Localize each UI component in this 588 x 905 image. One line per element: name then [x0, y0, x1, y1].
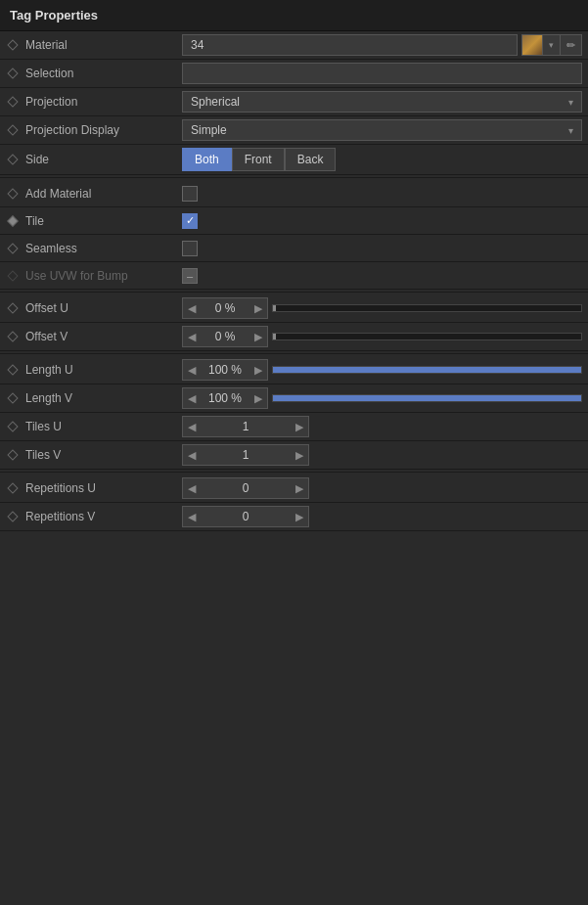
projection-value-area: Spherical ▾	[182, 91, 582, 113]
length-u-stepper: ◀ 100 % ▶	[182, 359, 268, 381]
offset-u-row: Offset U ◀ 0 % ▶	[0, 294, 588, 323]
material-edit-button[interactable]: ✏	[561, 34, 582, 56]
projection-display-label: Projection Display	[25, 123, 182, 137]
length-u-diamond-icon	[6, 363, 20, 377]
selection-field[interactable]	[182, 63, 582, 84]
offset-v-track[interactable]	[272, 333, 582, 340]
repetitions-u-increment[interactable]: ▶	[291, 477, 308, 499]
title-text: Tag Properties	[10, 8, 98, 23]
length-v-diamond-icon	[6, 391, 20, 405]
repetitions-u-label: Repetitions U	[25, 481, 182, 495]
length-u-decrement[interactable]: ◀	[183, 359, 201, 381]
side-diamond-icon	[6, 153, 20, 166]
separator-1	[0, 177, 588, 178]
length-v-label: Length V	[25, 391, 182, 405]
selection-row: Selection	[0, 60, 588, 88]
selection-value-area	[182, 63, 582, 84]
material-label: Material	[25, 38, 182, 52]
tile-value-area	[182, 213, 582, 229]
offset-u-stepper: ◀ 0 % ▶	[182, 297, 268, 319]
material-number: 34	[191, 38, 204, 52]
repetitions-u-row: Repetitions U ◀ 0 ▶	[0, 475, 588, 503]
repetitions-v-increment[interactable]: ▶	[291, 506, 308, 527]
offset-u-track[interactable]	[272, 304, 582, 312]
seamless-checkbox[interactable]	[182, 241, 198, 256]
material-diamond-icon	[6, 38, 20, 52]
length-v-row: Length V ◀ 100 % ▶	[0, 385, 588, 413]
add-material-value-area	[182, 186, 582, 202]
projection-diamond-icon	[6, 95, 20, 109]
offset-v-stepper-track: ◀ 0 % ▶	[182, 326, 582, 347]
length-v-track[interactable]	[272, 394, 582, 402]
tiles-v-value-area: ◀ 1 ▶	[182, 444, 582, 466]
offset-v-value: 0 %	[201, 330, 249, 343]
length-u-track[interactable]	[272, 366, 582, 374]
repetitions-v-diamond-icon	[6, 510, 20, 523]
side-button-front[interactable]: Front	[232, 148, 285, 171]
tiles-v-value: 1	[201, 448, 291, 462]
offset-v-decrement[interactable]: ◀	[183, 326, 201, 347]
side-value-area: Both Front Back	[182, 148, 582, 171]
material-thumbnail[interactable]	[521, 34, 543, 56]
offset-u-increment[interactable]: ▶	[249, 297, 267, 319]
projection-dropdown[interactable]: Spherical ▾	[182, 91, 582, 113]
separator-2	[0, 292, 588, 293]
use-uvw-value-area	[182, 268, 582, 284]
projection-row: Projection Spherical ▾	[0, 88, 588, 116]
offset-u-diamond-icon	[6, 301, 20, 315]
tiles-u-value: 1	[201, 420, 291, 433]
side-button-both[interactable]: Both	[182, 148, 232, 171]
projection-label: Projection	[25, 95, 182, 109]
repetitions-v-decrement[interactable]: ◀	[183, 506, 201, 527]
offset-u-label: Offset U	[25, 301, 182, 315]
use-uvw-diamond-icon	[6, 269, 20, 283]
offset-v-diamond-icon	[6, 330, 20, 343]
tiles-u-increment[interactable]: ▶	[291, 416, 308, 437]
side-label: Side	[25, 153, 182, 166]
offset-u-decrement[interactable]: ◀	[183, 297, 201, 319]
offset-v-row: Offset V ◀ 0 % ▶	[0, 323, 588, 351]
use-uvw-checkbox[interactable]	[182, 268, 198, 284]
add-material-row: Add Material	[0, 180, 588, 207]
seamless-diamond-icon	[6, 242, 20, 255]
side-button-group: Both Front Back	[182, 148, 336, 171]
offset-v-increment[interactable]: ▶	[249, 326, 267, 347]
repetitions-u-value: 0	[201, 481, 291, 495]
side-button-back[interactable]: Back	[285, 148, 337, 171]
repetitions-v-value-area: ◀ 0 ▶	[182, 506, 582, 527]
repetitions-u-decrement[interactable]: ◀	[183, 477, 201, 499]
tiles-v-increment[interactable]: ▶	[291, 444, 308, 466]
length-v-value-area: ◀ 100 % ▶	[182, 387, 582, 409]
tiles-v-stepper: ◀ 1 ▶	[182, 444, 309, 466]
add-material-label: Add Material	[25, 187, 182, 201]
offset-v-stepper: ◀ 0 % ▶	[182, 326, 268, 347]
projection-display-dropdown-arrow: ▾	[568, 125, 573, 136]
length-v-decrement[interactable]: ◀	[183, 387, 201, 409]
offset-u-value: 0 %	[201, 301, 249, 315]
length-u-label: Length U	[25, 363, 182, 377]
separator-3	[0, 353, 588, 354]
projection-display-row: Projection Display Simple ▾	[0, 116, 588, 145]
material-dropdown-button[interactable]: ▾	[543, 34, 561, 56]
material-input[interactable]: 34	[182, 34, 518, 56]
length-u-value-area: ◀ 100 % ▶	[182, 359, 582, 381]
tiles-u-decrement[interactable]: ◀	[183, 416, 201, 437]
add-material-checkbox[interactable]	[182, 186, 198, 202]
tiles-v-row: Tiles V ◀ 1 ▶	[0, 441, 588, 470]
tiles-v-decrement[interactable]: ◀	[183, 444, 201, 466]
length-v-stepper-track: ◀ 100 % ▶	[182, 387, 582, 409]
tiles-v-diamond-icon	[6, 448, 20, 462]
tiles-u-value-area: ◀ 1 ▶	[182, 416, 582, 437]
projection-display-dropdown[interactable]: Simple ▾	[182, 119, 582, 141]
length-v-increment[interactable]: ▶	[249, 387, 267, 409]
offset-u-value-area: ◀ 0 % ▶	[182, 297, 582, 319]
selection-diamond-icon	[6, 67, 20, 80]
repetitions-u-diamond-icon	[6, 481, 20, 495]
tile-diamond-icon	[6, 214, 20, 228]
length-u-increment[interactable]: ▶	[249, 359, 267, 381]
side-row: Side Both Front Back	[0, 145, 588, 175]
add-material-diamond-icon	[6, 187, 20, 201]
tile-checkbox[interactable]	[182, 213, 198, 229]
repetitions-v-label: Repetitions V	[25, 510, 182, 523]
tiles-u-diamond-icon	[6, 420, 20, 433]
